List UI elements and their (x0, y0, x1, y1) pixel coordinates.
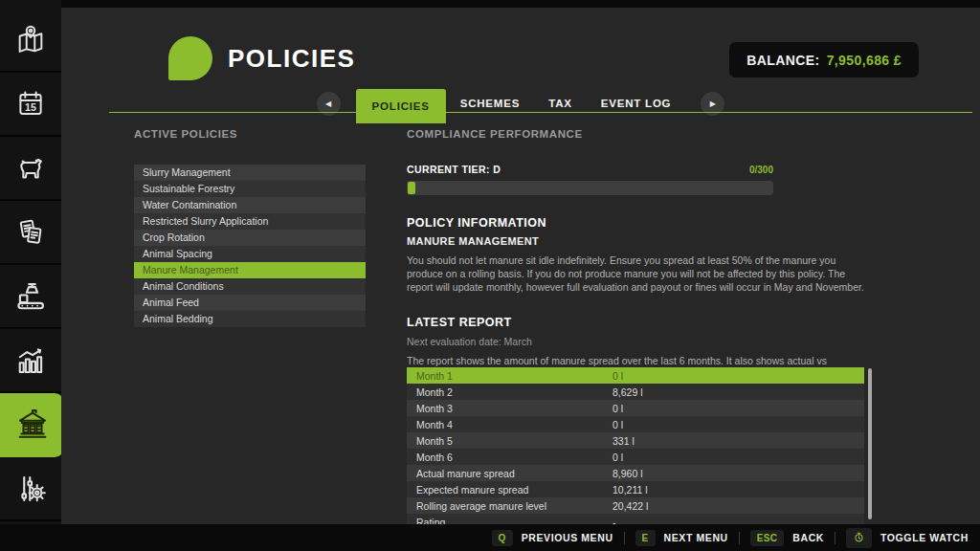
map-pin-icon (14, 24, 47, 56)
key-hint-label: BACK (792, 532, 824, 543)
report-row-value: 20,422 l (612, 500, 864, 512)
hint-divider (624, 532, 625, 544)
report-table: Month 10 lMonth 28,629 lMonth 30 lMonth … (407, 367, 864, 524)
report-row-label: Month 2 (407, 386, 612, 398)
report-row: Rating- (407, 514, 864, 524)
hint-divider (835, 532, 835, 544)
bank-icon (14, 407, 51, 443)
tab-event-log[interactable]: EVENT LOG (587, 88, 686, 119)
report-row: Expected manure spread10,211 l (407, 481, 864, 497)
tab-underline (109, 112, 972, 113)
tab-schemes[interactable]: SCHEMES (446, 88, 534, 119)
report-row: Actual manure spread8,960 l (407, 465, 864, 481)
report-row-label: Rolling average manure level (407, 500, 612, 512)
report-row-value: 0 l (612, 370, 864, 382)
report-row: Rolling average manure level20,422 l (407, 497, 864, 514)
key-hint-toggle-watch[interactable]: TOGGLE WATCH (846, 528, 969, 548)
latest-report-heading: LATEST REPORT (407, 316, 868, 329)
svg-text:15: 15 (25, 100, 36, 112)
balance-badge: BALANCE: 7,950,686 £ (729, 42, 919, 77)
tab-tax[interactable]: TAX (534, 88, 587, 119)
settings-icon (13, 472, 48, 506)
report-row-value: 0 l (612, 403, 864, 414)
report-row-value: 331 l (612, 435, 864, 447)
policies-screen: 15 POLICIES BALANCE: 7,950,686 £ ◀ POLIC… (0, 0, 980, 551)
policy-list-item[interactable]: Water Contamination (134, 197, 366, 213)
policy-list-item[interactable]: Crop Rotation (134, 230, 366, 246)
report-row-value: - (612, 517, 864, 525)
sidebar-item-statistics[interactable] (0, 329, 61, 393)
sidebar-item-animals[interactable] (0, 137, 61, 201)
next-evaluation-date: Next evaluation date: March (407, 336, 868, 347)
tab-list: POLICIESSCHEMESTAXEVENT LOG (356, 88, 686, 119)
report-row-value: 8,960 l (612, 468, 864, 479)
report-row-value: 0 l (612, 452, 864, 463)
report-row-label: Month 5 (407, 435, 612, 447)
tab-bar: ◀ POLICIESSCHEMESTAXEVENT LOG ▶ (61, 88, 980, 119)
balance-label: BALANCE: (746, 53, 819, 68)
policy-description: You should not let manure sit idle indef… (407, 254, 868, 295)
policy-info-heading: POLICY INFORMATION (407, 216, 868, 230)
report-row: Month 40 l (407, 416, 864, 432)
sidebar-item-finances[interactable] (0, 393, 64, 457)
policy-list-item[interactable]: Slurry Management (134, 165, 366, 181)
sidebar: 15 (0, 0, 61, 524)
report-row-label: Actual manure spread (407, 468, 612, 479)
chevron-left-icon: ◀ (325, 99, 331, 108)
compliance-heading: COMPLIANCE PERFORMANCE (407, 128, 868, 140)
report-row: Month 10 l (407, 367, 864, 384)
report-row: Month 60 l (407, 449, 864, 465)
report-row-label: Expected manure spread (407, 484, 612, 496)
report-row-label: Rating (407, 517, 612, 525)
stats-icon (13, 343, 48, 378)
main-panel: POLICIES BALANCE: 7,950,686 £ ◀ POLICIES… (61, 8, 980, 524)
key-hint-label: NEXT MENU (664, 532, 728, 543)
report-row-label: Month 4 (407, 419, 612, 430)
policy-list-item[interactable]: Animal Feed (134, 295, 366, 311)
report-row: Month 5331 l (407, 432, 864, 449)
page-header: POLICIES (168, 36, 355, 80)
policies-documents-icon (168, 36, 212, 80)
active-policies-heading: ACTIVE POLICIES (134, 128, 366, 140)
key-hint-back[interactable]: ESCBACK (750, 530, 824, 546)
key-hint-bar: QPREVIOUS MENUENEXT MENUESCBACKTOGGLE WA… (0, 524, 980, 551)
key-hint-previous-menu[interactable]: QPREVIOUS MENU (492, 530, 613, 546)
key-badge: Q (492, 530, 513, 546)
compliance-score: 0/300 (749, 165, 773, 175)
sidebar-item-contracts[interactable] (0, 201, 61, 265)
policy-list: Slurry ManagementSustainable ForestryWat… (134, 165, 366, 327)
sidebar-item-map[interactable] (0, 9, 61, 73)
report-row-value: 10,211 l (612, 484, 864, 496)
report-row-value: 8,629 l (612, 386, 864, 398)
watch-icon (853, 531, 865, 545)
cow-icon (13, 151, 48, 186)
sidebar-item-settings[interactable] (0, 457, 61, 521)
page-title: POLICIES (228, 44, 355, 74)
compliance-progress-fill (408, 182, 415, 194)
key-badge (846, 528, 872, 548)
key-badge: E (635, 530, 656, 546)
policy-list-item[interactable]: Animal Bedding (134, 311, 366, 327)
report-row-value: 0 l (612, 419, 864, 430)
policy-list-item[interactable]: Animal Conditions (134, 278, 366, 295)
sidebar-item-production[interactable] (0, 265, 61, 329)
policy-list-item[interactable]: Manure Management (134, 262, 366, 278)
tab-policies[interactable]: POLICIES (356, 89, 446, 123)
policy-detail-panel: COMPLIANCE PERFORMANCE CURRENT TIER: D 0… (407, 128, 868, 394)
hint-divider (739, 532, 740, 544)
policy-list-item[interactable]: Sustainable Forestry (134, 181, 366, 197)
report-row-label: Month 6 (407, 452, 612, 463)
key-hint-next-menu[interactable]: ENEXT MENU (635, 530, 728, 546)
calendar-icon: 15 (14, 88, 47, 121)
tier-row: CURRENT TIER: D 0/300 (407, 164, 773, 175)
balance-value: 7,950,686 £ (827, 53, 902, 68)
compliance-progress-bar (407, 181, 773, 195)
report-scrollbar[interactable] (868, 368, 872, 519)
report-row-label: Month 1 (407, 370, 612, 382)
policy-list-item[interactable]: Animal Spacing (134, 246, 366, 262)
report-row: Month 28,629 l (407, 384, 864, 400)
chevron-right-icon: ▶ (710, 99, 716, 108)
policy-list-item[interactable]: Restricted Slurry Application (134, 213, 366, 230)
sidebar-item-calendar[interactable]: 15 (0, 73, 61, 137)
current-tier-label: CURRENT TIER: D (407, 164, 501, 175)
